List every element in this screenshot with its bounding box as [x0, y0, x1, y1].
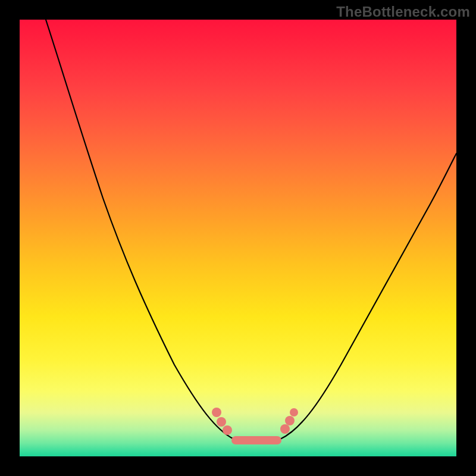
occlusion-dot — [280, 424, 290, 434]
curve-left-branch — [46, 20, 234, 439]
chart-frame: TheBottleneck.com — [0, 0, 476, 476]
occlusion-dot — [223, 425, 232, 435]
occlusion-bar — [231, 436, 281, 444]
curve-right-branch — [280, 154, 456, 439]
occlusion-dot — [285, 416, 295, 425]
occlusion-markers — [212, 408, 298, 444]
plot-area — [20, 20, 456, 456]
curve-layer — [20, 20, 456, 456]
occlusion-dot — [290, 408, 298, 416]
occlusion-dot — [217, 417, 226, 427]
occlusion-dot — [212, 408, 221, 417]
watermark-text: TheBottleneck.com — [336, 4, 470, 20]
